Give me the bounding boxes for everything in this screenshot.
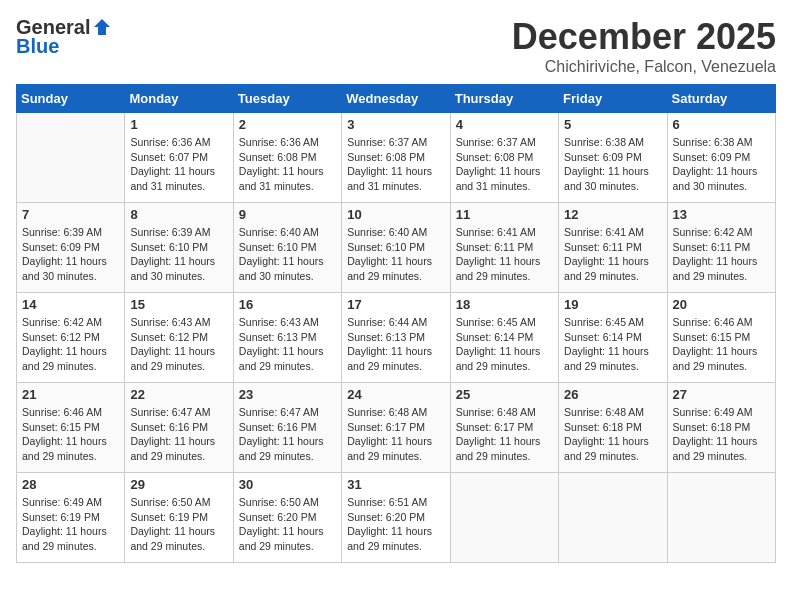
weekday-header-wednesday: Wednesday (342, 85, 450, 113)
day-info: Sunrise: 6:50 AMSunset: 6:19 PMDaylight:… (130, 495, 227, 554)
day-info: Sunrise: 6:47 AMSunset: 6:16 PMDaylight:… (130, 405, 227, 464)
day-info: Sunrise: 6:43 AMSunset: 6:12 PMDaylight:… (130, 315, 227, 374)
month-title: December 2025 (512, 16, 776, 58)
day-info: Sunrise: 6:36 AMSunset: 6:07 PMDaylight:… (130, 135, 227, 194)
calendar-cell: 4Sunrise: 6:37 AMSunset: 6:08 PMDaylight… (450, 113, 558, 203)
day-number: 28 (22, 477, 119, 492)
day-number: 27 (673, 387, 770, 402)
calendar-cell: 27Sunrise: 6:49 AMSunset: 6:18 PMDayligh… (667, 383, 775, 473)
day-number: 14 (22, 297, 119, 312)
calendar-cell (667, 473, 775, 563)
calendar-cell: 19Sunrise: 6:45 AMSunset: 6:14 PMDayligh… (559, 293, 667, 383)
calendar-cell: 5Sunrise: 6:38 AMSunset: 6:09 PMDaylight… (559, 113, 667, 203)
day-info: Sunrise: 6:38 AMSunset: 6:09 PMDaylight:… (673, 135, 770, 194)
calendar-cell: 21Sunrise: 6:46 AMSunset: 6:15 PMDayligh… (17, 383, 125, 473)
weekday-header-saturday: Saturday (667, 85, 775, 113)
day-number: 23 (239, 387, 336, 402)
calendar-cell: 29Sunrise: 6:50 AMSunset: 6:19 PMDayligh… (125, 473, 233, 563)
weekday-header-sunday: Sunday (17, 85, 125, 113)
day-info: Sunrise: 6:41 AMSunset: 6:11 PMDaylight:… (564, 225, 661, 284)
day-number: 6 (673, 117, 770, 132)
calendar-cell (17, 113, 125, 203)
day-info: Sunrise: 6:47 AMSunset: 6:16 PMDaylight:… (239, 405, 336, 464)
calendar-cell: 7Sunrise: 6:39 AMSunset: 6:09 PMDaylight… (17, 203, 125, 293)
weekday-header-tuesday: Tuesday (233, 85, 341, 113)
day-number: 30 (239, 477, 336, 492)
weekday-header-row: SundayMondayTuesdayWednesdayThursdayFrid… (17, 85, 776, 113)
day-number: 12 (564, 207, 661, 222)
day-info: Sunrise: 6:37 AMSunset: 6:08 PMDaylight:… (347, 135, 444, 194)
day-number: 31 (347, 477, 444, 492)
day-info: Sunrise: 6:46 AMSunset: 6:15 PMDaylight:… (22, 405, 119, 464)
calendar-cell: 17Sunrise: 6:44 AMSunset: 6:13 PMDayligh… (342, 293, 450, 383)
day-info: Sunrise: 6:41 AMSunset: 6:11 PMDaylight:… (456, 225, 553, 284)
calendar-cell: 26Sunrise: 6:48 AMSunset: 6:18 PMDayligh… (559, 383, 667, 473)
day-info: Sunrise: 6:46 AMSunset: 6:15 PMDaylight:… (673, 315, 770, 374)
calendar-cell: 11Sunrise: 6:41 AMSunset: 6:11 PMDayligh… (450, 203, 558, 293)
day-info: Sunrise: 6:42 AMSunset: 6:12 PMDaylight:… (22, 315, 119, 374)
calendar-table: SundayMondayTuesdayWednesdayThursdayFrid… (16, 84, 776, 563)
day-info: Sunrise: 6:45 AMSunset: 6:14 PMDaylight:… (564, 315, 661, 374)
day-info: Sunrise: 6:49 AMSunset: 6:18 PMDaylight:… (673, 405, 770, 464)
day-number: 16 (239, 297, 336, 312)
day-number: 9 (239, 207, 336, 222)
logo-icon (92, 17, 112, 37)
day-info: Sunrise: 6:36 AMSunset: 6:08 PMDaylight:… (239, 135, 336, 194)
day-number: 4 (456, 117, 553, 132)
calendar-cell: 15Sunrise: 6:43 AMSunset: 6:12 PMDayligh… (125, 293, 233, 383)
day-info: Sunrise: 6:45 AMSunset: 6:14 PMDaylight:… (456, 315, 553, 374)
day-number: 19 (564, 297, 661, 312)
calendar-cell: 3Sunrise: 6:37 AMSunset: 6:08 PMDaylight… (342, 113, 450, 203)
calendar-cell: 18Sunrise: 6:45 AMSunset: 6:14 PMDayligh… (450, 293, 558, 383)
day-info: Sunrise: 6:48 AMSunset: 6:18 PMDaylight:… (564, 405, 661, 464)
title-block: December 2025 Chichiriviche, Falcon, Ven… (512, 16, 776, 76)
calendar-cell (559, 473, 667, 563)
calendar-cell: 12Sunrise: 6:41 AMSunset: 6:11 PMDayligh… (559, 203, 667, 293)
day-info: Sunrise: 6:40 AMSunset: 6:10 PMDaylight:… (347, 225, 444, 284)
calendar-cell (450, 473, 558, 563)
calendar-cell: 22Sunrise: 6:47 AMSunset: 6:16 PMDayligh… (125, 383, 233, 473)
day-number: 29 (130, 477, 227, 492)
day-info: Sunrise: 6:40 AMSunset: 6:10 PMDaylight:… (239, 225, 336, 284)
day-number: 13 (673, 207, 770, 222)
day-info: Sunrise: 6:42 AMSunset: 6:11 PMDaylight:… (673, 225, 770, 284)
logo-blue-text: Blue (16, 35, 59, 58)
day-number: 22 (130, 387, 227, 402)
weekday-header-friday: Friday (559, 85, 667, 113)
day-number: 8 (130, 207, 227, 222)
day-info: Sunrise: 6:49 AMSunset: 6:19 PMDaylight:… (22, 495, 119, 554)
day-number: 18 (456, 297, 553, 312)
calendar-cell: 31Sunrise: 6:51 AMSunset: 6:20 PMDayligh… (342, 473, 450, 563)
svg-marker-0 (94, 19, 110, 35)
calendar-cell: 1Sunrise: 6:36 AMSunset: 6:07 PMDaylight… (125, 113, 233, 203)
calendar-cell: 20Sunrise: 6:46 AMSunset: 6:15 PMDayligh… (667, 293, 775, 383)
calendar-week-row: 7Sunrise: 6:39 AMSunset: 6:09 PMDaylight… (17, 203, 776, 293)
weekday-header-thursday: Thursday (450, 85, 558, 113)
day-info: Sunrise: 6:39 AMSunset: 6:10 PMDaylight:… (130, 225, 227, 284)
page-header: General Blue December 2025 Chichiriviche… (16, 16, 776, 76)
day-number: 24 (347, 387, 444, 402)
day-number: 3 (347, 117, 444, 132)
calendar-cell: 13Sunrise: 6:42 AMSunset: 6:11 PMDayligh… (667, 203, 775, 293)
day-number: 10 (347, 207, 444, 222)
day-info: Sunrise: 6:48 AMSunset: 6:17 PMDaylight:… (456, 405, 553, 464)
day-number: 21 (22, 387, 119, 402)
calendar-week-row: 28Sunrise: 6:49 AMSunset: 6:19 PMDayligh… (17, 473, 776, 563)
calendar-cell: 6Sunrise: 6:38 AMSunset: 6:09 PMDaylight… (667, 113, 775, 203)
day-number: 20 (673, 297, 770, 312)
day-info: Sunrise: 6:43 AMSunset: 6:13 PMDaylight:… (239, 315, 336, 374)
day-number: 7 (22, 207, 119, 222)
day-info: Sunrise: 6:48 AMSunset: 6:17 PMDaylight:… (347, 405, 444, 464)
calendar-cell: 16Sunrise: 6:43 AMSunset: 6:13 PMDayligh… (233, 293, 341, 383)
calendar-week-row: 14Sunrise: 6:42 AMSunset: 6:12 PMDayligh… (17, 293, 776, 383)
weekday-header-monday: Monday (125, 85, 233, 113)
calendar-week-row: 1Sunrise: 6:36 AMSunset: 6:07 PMDaylight… (17, 113, 776, 203)
calendar-week-row: 21Sunrise: 6:46 AMSunset: 6:15 PMDayligh… (17, 383, 776, 473)
calendar-cell: 30Sunrise: 6:50 AMSunset: 6:20 PMDayligh… (233, 473, 341, 563)
calendar-cell: 8Sunrise: 6:39 AMSunset: 6:10 PMDaylight… (125, 203, 233, 293)
logo: General Blue (16, 16, 112, 58)
day-info: Sunrise: 6:44 AMSunset: 6:13 PMDaylight:… (347, 315, 444, 374)
day-number: 1 (130, 117, 227, 132)
day-number: 26 (564, 387, 661, 402)
calendar-cell: 25Sunrise: 6:48 AMSunset: 6:17 PMDayligh… (450, 383, 558, 473)
